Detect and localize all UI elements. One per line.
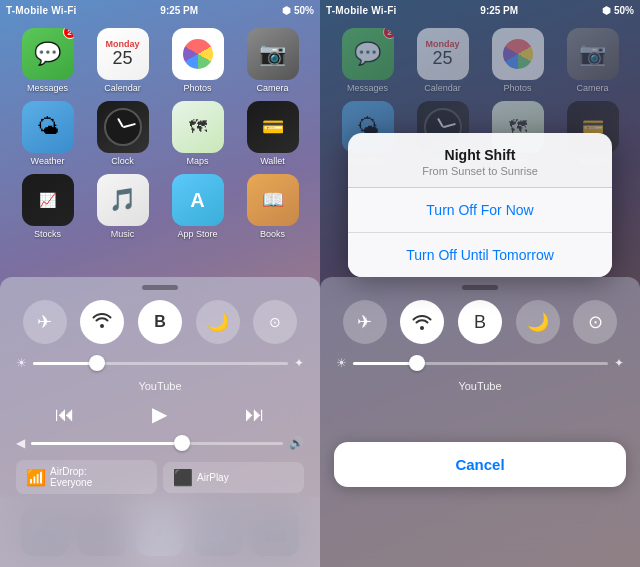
cancel-button[interactable]: Cancel [334, 442, 626, 487]
app-maps[interactable]: 🗺 Maps [162, 101, 233, 166]
app-appstore[interactable]: A App Store [162, 174, 233, 239]
stocks-label: Stocks [34, 229, 61, 239]
calendar-date: 25 [112, 49, 132, 69]
app-clock[interactable]: Clock [87, 101, 158, 166]
app-photos[interactable]: Photos [162, 28, 233, 93]
volume-row: ◀ 🔊 [16, 436, 304, 450]
cc-bottom-row: 📶 AirDrop: Everyone ⬛ AirPlay [16, 460, 304, 494]
bluetooth-icon-cc: B [154, 313, 166, 331]
right-now-playing: YouTube [336, 380, 624, 392]
airdrop-label: AirDrop: [50, 466, 92, 477]
right-messages-badge: 2 [383, 28, 394, 39]
camera-label: Camera [256, 83, 288, 93]
bluetooth-button[interactable]: B [138, 300, 182, 344]
airdrop-icon: 📶 [26, 468, 46, 487]
camera-icon: 📷 [247, 28, 299, 80]
appstore-label: App Store [177, 229, 217, 239]
volume-slider[interactable] [31, 442, 283, 445]
clock-minute-hand [122, 123, 135, 128]
volume-low-icon: ◀ [16, 436, 25, 450]
rotation-lock-button[interactable]: ⊙ [253, 300, 297, 344]
right-cc-controls: ✈ B 🌙 ⊙ [336, 300, 624, 344]
right-photos-icon [492, 28, 544, 80]
airplay-button[interactable]: ⬛ AirPlay [163, 462, 304, 493]
maps-label: Maps [186, 156, 208, 166]
right-brightness-row: ☀ ✦ [336, 356, 624, 370]
airplay-label: AirPlay [197, 472, 229, 483]
volume-fill [31, 442, 182, 445]
maps-icon: 🗺 [172, 101, 224, 153]
turn-off-for-now-button[interactable]: Turn Off For Now [348, 188, 612, 233]
do-not-disturb-button[interactable]: 🌙 [196, 300, 240, 344]
messages-badge: 2 [63, 28, 74, 39]
app-stocks[interactable]: 📈 Stocks [12, 174, 83, 239]
right-camera-icon: 📷 [567, 28, 619, 80]
app-books[interactable]: 📖 Books [237, 174, 308, 239]
right-status-bar: T-Mobile Wi-Fi 9:25 PM ⬢ 50% [320, 0, 640, 20]
night-shift-title: Night Shift [364, 147, 596, 163]
right-cc-handle [462, 285, 498, 290]
rotation-lock-icon: ⊙ [269, 314, 281, 330]
brightness-thumb [89, 355, 105, 371]
cc-controls-row: ✈ B 🌙 ⊙ [16, 300, 304, 344]
airplane-mode-button[interactable]: ✈ [23, 300, 67, 344]
right-time-display: 9:25 PM [480, 5, 518, 16]
brightness-slider[interactable] [33, 362, 288, 365]
right-airplane-button: ✈ [343, 300, 387, 344]
right-camera: 📷 Camera [557, 28, 628, 93]
status-bar: T-Mobile Wi-Fi 9:25 PM ⬢ 50% [0, 0, 320, 20]
airdrop-sub: Everyone [50, 477, 92, 488]
app-music[interactable]: 🎵 Music [87, 174, 158, 239]
cc-handle [142, 285, 178, 290]
right-messages: 💬 2 Messages [332, 28, 403, 93]
right-status-icons: ⬢ 50% [602, 5, 634, 16]
photos-label: Photos [183, 83, 211, 93]
right-brightness-slider [353, 362, 608, 365]
calendar-icon: Monday 25 [97, 28, 149, 80]
app-grid: 💬 2 Messages Monday 25 Calendar Photos 📷… [0, 20, 320, 239]
clock-face [104, 108, 142, 146]
music-icon: 🎵 [97, 174, 149, 226]
books-label: Books [260, 229, 285, 239]
calendar-label: Calendar [104, 83, 141, 93]
wifi-button[interactable] [80, 300, 124, 344]
right-calendar-icon: Monday 25 [417, 28, 469, 80]
left-phone-panel: T-Mobile Wi-Fi 9:25 PM ⬢ 50% 💬 2 Message… [0, 0, 320, 567]
carrier-text: T-Mobile Wi-Fi [6, 5, 76, 16]
right-dnd-button: 🌙 [516, 300, 560, 344]
app-camera[interactable]: 📷 Camera [237, 28, 308, 93]
moon-icon: 🌙 [207, 311, 229, 333]
music-label: Music [111, 229, 135, 239]
right-control-center: ✈ B 🌙 ⊙ ☀ ✦ YouTube [320, 277, 640, 567]
right-carrier-text: T-Mobile Wi-Fi [326, 5, 396, 16]
weather-icon: 🌤 [22, 101, 74, 153]
airdrop-button[interactable]: 📶 AirDrop: Everyone [16, 460, 157, 494]
right-rotation-button: ⊙ [573, 300, 617, 344]
app-wallet[interactable]: 💳 Wallet [237, 101, 308, 166]
app-weather[interactable]: 🌤 Weather [12, 101, 83, 166]
wallet-icon: 💳 [247, 101, 299, 153]
right-wifi-button [400, 300, 444, 344]
app-messages[interactable]: 💬 2 Messages [12, 28, 83, 93]
clock-icon-app [97, 101, 149, 153]
bluetooth-icon: ⬢ [282, 5, 291, 16]
prev-button[interactable]: ⏮ [55, 403, 75, 426]
photos-pinwheel [183, 39, 213, 69]
right-bluetooth-button: B [458, 300, 502, 344]
right-battery-icon: 50% [614, 5, 634, 16]
wallet-label: Wallet [260, 156, 285, 166]
battery-icon: 50% [294, 5, 314, 16]
night-shift-popup: Night Shift From Sunset to Sunrise Turn … [348, 133, 612, 277]
volume-thumb [174, 435, 190, 451]
play-button[interactable]: ▶ [152, 402, 167, 426]
next-button[interactable]: ⏭ [245, 403, 265, 426]
brightness-fill [33, 362, 97, 365]
control-center: ✈ B 🌙 ⊙ ☀ [0, 277, 320, 567]
app-calendar[interactable]: Monday 25 Calendar [87, 28, 158, 93]
clock-label: Clock [111, 156, 134, 166]
night-shift-subtitle: From Sunset to Sunrise [364, 165, 596, 177]
stocks-icon: 📈 [22, 174, 74, 226]
night-shift-popup-container: Night Shift From Sunset to Sunrise Turn … [334, 434, 626, 487]
right-messages-icon: 💬 2 [342, 28, 394, 80]
turn-off-until-tomorrow-button[interactable]: Turn Off Until Tomorrow [348, 233, 612, 277]
